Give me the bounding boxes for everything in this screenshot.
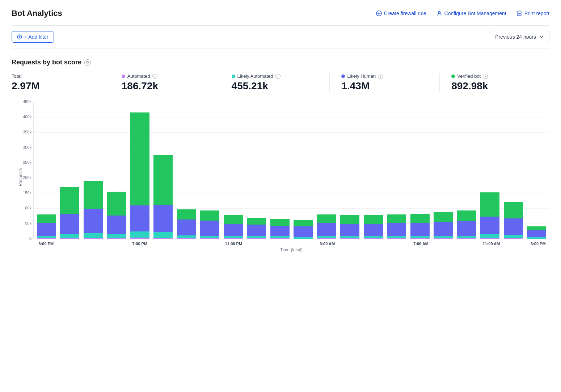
bar-segment-verified_bot [60,187,79,214]
bar-group[interactable] [199,102,222,239]
bar-segment-likely_automated [387,236,406,239]
bar-segment-verified_bot [364,215,383,224]
bar-group[interactable] [455,102,478,239]
bar-segment-verified_bot [270,219,290,226]
bar-stack [60,187,79,239]
x-tick [105,242,128,246]
bar-group[interactable] [245,102,268,239]
x-tick: 3:00 AM [316,242,339,246]
bar-group[interactable] [269,102,291,239]
bar-group[interactable] [479,102,502,239]
bar-group[interactable] [35,102,58,239]
bar-segment-verified_bot [224,215,243,224]
bar-group[interactable] [128,102,151,239]
x-axis-label: Time (local) [33,247,549,252]
bar-stack [107,192,126,239]
add-filter-label: + Add filter [24,34,48,40]
stat-likely-automated-label: Likely Automated i [232,73,318,79]
bar-group[interactable] [222,102,245,239]
bar-group[interactable] [362,102,385,239]
bar-segment-verified_bot [200,210,219,220]
stats-row: Total 2.97M Automated i 186.72k Likely A… [12,73,549,92]
bar-segment-likely_human [387,223,406,236]
automated-info-icon[interactable]: i [152,74,157,79]
bar-group[interactable] [526,102,548,239]
bar-group[interactable] [315,102,338,239]
bar-group[interactable] [339,102,362,239]
x-axis: 3:00 PM7:00 PM11:00 PM3:00 AM7:00 AM11:0… [33,242,549,246]
print-report-btn[interactable]: Print report [516,10,549,16]
stat-total-value: 2.97M [12,80,98,92]
bar-stack [457,210,476,239]
bar-group[interactable] [59,102,81,239]
bar-group[interactable] [105,102,128,239]
bar-segment-likely_automated [107,234,126,238]
bar-group[interactable] [82,102,105,239]
stat-total: Total 2.97M [12,73,110,92]
bar-stack [364,215,383,239]
bar-segment-automated [153,238,173,239]
bar-segment-likely_human [504,218,523,235]
x-tick [152,242,175,246]
add-filter-button[interactable]: + Add filter [12,31,54,43]
bar-segment-verified_bot [294,220,313,227]
bar-segment-verified_bot [340,215,359,224]
stat-automated: Automated i 186.72k [110,73,220,92]
bar-stack [224,215,243,239]
stat-verified-bot-value: 892.98k [451,80,538,92]
bar-segment-likely_human [177,220,196,235]
bar-segment-automated [527,239,546,239]
bar-stack [410,214,430,239]
bar-segment-automated [294,239,313,239]
bar-segment-likely_human [84,209,103,233]
y-tick-label: 450k [16,99,31,104]
bar-group[interactable] [385,102,408,239]
bar-segment-verified_bot [247,218,266,225]
bar-group[interactable] [502,102,525,239]
bar-segment-verified_bot [37,214,56,223]
bar-segment-verified_bot [527,226,546,231]
x-tick [339,242,362,246]
y-tick-label: 200k [16,175,31,180]
configure-bot-btn[interactable]: Configure Bot Management [436,10,506,16]
x-tick [269,242,292,246]
bar-group[interactable] [152,102,175,239]
verified-bot-info-icon[interactable]: i [483,74,488,79]
likely-human-info-icon[interactable]: i [378,74,383,79]
bar-segment-likely_human [153,205,173,232]
bar-segment-automated [317,238,336,239]
bar-segment-likely_automated [480,234,499,238]
bar-segment-likely_automated [364,236,383,239]
x-tick [363,242,385,246]
svg-rect-4 [518,11,521,13]
bar-group[interactable] [292,102,315,239]
bot-icon [436,10,442,16]
bar-group[interactable] [409,102,431,239]
bar-segment-likely_human [224,224,243,236]
bar-stack [317,214,336,239]
bar-stack [247,218,266,239]
bar-group[interactable] [432,102,455,239]
bar-group[interactable] [175,102,198,239]
x-tick [456,242,479,246]
bar-segment-likely_automated [84,233,103,238]
bar-segment-likely_human [480,217,499,234]
time-selector[interactable]: Previous 24 hours [490,31,549,43]
bar-segment-automated [410,238,430,239]
bar-segment-verified_bot [387,214,406,223]
bar-stack [37,214,56,239]
bar-segment-likely_human [247,225,266,236]
bar-stack [84,181,103,239]
bar-stack [504,202,523,239]
bar-segment-likely_human [270,226,290,237]
x-tick [199,242,222,246]
section-info-icon[interactable]: ⟳ [84,59,91,66]
bar-segment-likely_automated [130,231,149,238]
bar-segment-verified_bot [153,155,173,205]
likely-automated-info-icon[interactable]: i [275,74,280,79]
y-tick-label: 250k [16,160,31,165]
bar-segment-verified_bot [130,112,149,206]
chart-container: Requests 450k400k350k300k250k200k150k100… [12,102,549,252]
bar-segment-automated [457,238,476,239]
create-firewall-btn[interactable]: Create firewall rule [376,10,426,16]
